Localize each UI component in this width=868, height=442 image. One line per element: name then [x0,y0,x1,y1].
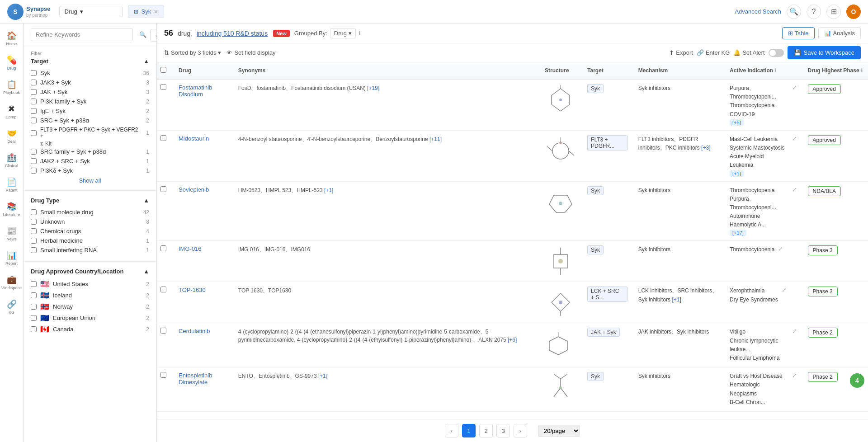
filter-item-jak-syk[interactable]: JAK + Syk 3 [31,87,149,97]
synonyms-more-link[interactable]: [+1] [318,373,327,379]
filter-item-chemical[interactable]: Chemical drugs 4 [31,226,149,236]
filter-item-jak2[interactable]: JAK2 + SRC + Syk 1 [31,156,149,166]
synonyms-more-link[interactable]: [+1] [324,187,333,193]
drug-name-link[interactable]: Cerdulatinib [179,328,210,334]
export-btn[interactable]: ⬆ Export [669,49,693,56]
filter-item-jak3-syk[interactable]: JAK3 + Syk 3 [31,78,149,87]
syk-checkbox[interactable] [31,70,37,76]
filter-item-us[interactable]: 🇺🇸 United States 2 [31,278,149,290]
sirna-checkbox[interactable] [31,247,37,253]
filter-item-syk[interactable]: Syk 36 [31,68,149,78]
user-avatar[interactable]: O [846,5,861,19]
ige-syk-checkbox[interactable] [31,108,37,114]
page-3-btn[interactable]: 3 [496,424,510,437]
filter-item-unknown[interactable]: Unknown 8 [31,217,149,226]
filter-search-icon[interactable]: 🔍 [137,28,149,41]
help-icon-btn[interactable]: ? [807,5,821,19]
filter-item-src-family[interactable]: SRC family + Syk + p38α 1 [31,147,149,156]
prev-page-btn[interactable]: ‹ [445,424,458,437]
synonyms-more-link[interactable]: [+6] [508,337,517,343]
row-checkbox[interactable] [160,135,166,141]
mechanism-more-link[interactable]: [+3] [701,145,710,151]
set-field-btn[interactable]: 👁 Set field display [226,49,275,56]
search-type-dropdown[interactable]: Drug ▾ [59,6,123,17]
indication-expand-icon[interactable]: ⤢ [792,84,797,91]
unknown-checkbox[interactable] [31,219,37,225]
sidebar-item-clinical[interactable]: 🏥 Clinical [1,149,22,172]
filter-item-pi3k-syk[interactable]: PI3K family + Syk 2 [31,97,149,106]
next-page-btn[interactable]: › [514,424,527,437]
row-checkbox[interactable] [160,372,166,378]
synonyms-more-link[interactable]: [+19] [367,85,379,91]
country-collapse-icon[interactable]: ▲ [143,268,149,275]
sidebar-item-comp[interactable]: ✖ Comp. [1,100,22,123]
pi3k-syk-checkbox[interactable] [31,99,37,104]
sidebar-item-deal[interactable]: 🤝 Deal [1,125,22,147]
filter-item-small-molecule[interactable]: Small molecule drug 42 [31,207,149,217]
herbal-checkbox[interactable] [31,238,37,244]
jak-syk-checkbox[interactable] [31,89,37,95]
indication-more-link[interactable]: [+1] [730,170,744,177]
canada-checkbox[interactable] [31,326,37,332]
sidebar-item-playbook[interactable]: 📋 Playbook [1,76,22,99]
page-2-btn[interactable]: 2 [479,424,493,437]
jak3-syk-checkbox[interactable] [31,80,37,85]
filter-item-herbal[interactable]: Herbal medicine 1 [31,236,149,245]
per-page-select[interactable]: 20/page 50/page 100/page [538,425,580,437]
indication-expand-icon[interactable]: ⤢ [792,328,797,334]
grouped-by-select[interactable]: Drug ▾ [330,28,356,38]
target-collapse-icon[interactable]: ▲ [143,58,149,65]
filter-item-canada[interactable]: 🇨🇦 Canada 2 [31,324,149,335]
iceland-checkbox[interactable] [31,292,37,298]
sidebar-item-news[interactable]: 📰 News [1,222,22,245]
eu-checkbox[interactable] [31,315,37,321]
pi3kd-checkbox[interactable] [31,168,37,174]
mechanism-more-link[interactable]: [+1] [672,296,681,303]
indication-expand-icon[interactable]: ⤢ [792,372,797,379]
small-molecule-checkbox[interactable] [31,209,37,215]
enter-kg-btn[interactable]: 🔗 Enter KG [697,49,730,56]
set-alert-btn[interactable]: 🔔 Set Alert [733,49,764,56]
src-family-checkbox[interactable] [31,149,37,155]
norway-checkbox[interactable] [31,304,37,310]
filter-item-norway[interactable]: 🇳🇴 Norway 2 [31,301,149,312]
save-workspace-btn[interactable]: 💾 Save to Workspace [788,46,861,59]
drug-name-link[interactable]: Entospletinib Dimesylate [179,372,212,386]
filter-item-iceland[interactable]: 🇮🇸 Iceland 2 [31,290,149,301]
src-syk-checkbox[interactable] [31,118,37,123]
drug-name-link[interactable]: Fostamatinib Disodium [179,84,212,98]
page-1-btn[interactable]: 1 [462,424,476,437]
close-tab-icon[interactable]: ✕ [154,9,158,15]
drug-type-collapse-icon[interactable]: ▲ [143,197,149,204]
synonyms-more-link[interactable]: [+11] [429,136,442,142]
advanced-search-link[interactable]: Advanced Search [735,8,781,15]
show-all-target-btn[interactable]: Show all [31,177,149,184]
analysis-view-btn[interactable]: 📊 Analysis [818,27,861,39]
sidebar-item-home[interactable]: 🏠 Home [1,27,22,50]
alert-toggle[interactable] [769,49,784,57]
row-checkbox[interactable] [160,287,166,292]
indication-more-link[interactable]: [+5] [730,119,744,126]
indication-expand-icon[interactable]: ⤢ [782,287,787,293]
apps-icon-btn[interactable]: ⊞ [826,5,841,19]
row-checkbox[interactable] [160,84,166,90]
search-icon-btn[interactable]: 🔍 [787,5,801,19]
table-view-btn[interactable]: ⊞ Table [782,27,815,39]
notification-bubble[interactable]: 4 [850,373,864,388]
filter-item-sirna[interactable]: Small interfering RNA 1 [31,245,149,255]
select-all-checkbox[interactable] [160,67,166,73]
indication-expand-icon[interactable]: ⤢ [792,135,797,142]
indication-expand-icon[interactable]: ⤢ [778,245,783,252]
filter-item-eu[interactable]: 🇪🇺 European Union 2 [31,312,149,324]
filter-item-flt3[interactable]: FLT3 + PDGFR + PKC + Syk + VEGFR2 + 1 [31,125,149,141]
collapse-panel-btn[interactable]: ‹ [150,29,157,42]
drug-name-link[interactable]: TOP-1630 [179,287,206,293]
sidebar-item-patent[interactable]: 📄 Patent [1,174,22,196]
us-checkbox[interactable] [31,281,37,287]
sidebar-item-workspace[interactable]: 💼 Workspace [1,271,22,294]
sidebar-item-report[interactable]: 📊 Report [1,247,22,269]
sidebar-item-drug[interactable]: 💊 Drug [1,52,22,74]
syk-tab[interactable]: ⊞ Syk ✕ [128,5,164,18]
drug-name-link[interactable]: Midostaurin [179,135,209,142]
drug-name-link[interactable]: Sovleplenib [179,186,209,193]
